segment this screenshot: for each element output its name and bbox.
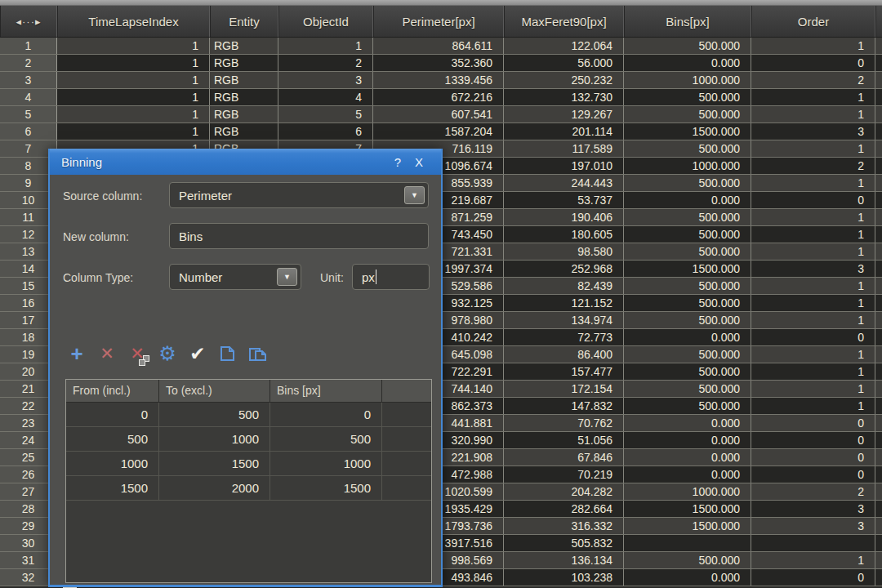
cell-bins[interactable]: 1500.000 xyxy=(624,518,751,534)
cell-order[interactable]: 2 xyxy=(751,483,875,500)
cell-bins[interactable]: 1000.000 xyxy=(624,158,751,174)
bin-value-cell[interactable]: 1500 xyxy=(270,476,382,500)
column-header-timelapseindex[interactable]: TimeLapseIndex xyxy=(57,6,210,37)
cell-perimeter[interactable]: 1339.456 xyxy=(373,72,504,88)
cell-bins[interactable]: 0.000 xyxy=(624,466,751,483)
cell-bins[interactable]: 500.000 xyxy=(624,140,751,157)
cell-maxferet90[interactable]: 51.056 xyxy=(504,432,624,448)
column-header-order[interactable]: Order xyxy=(751,6,875,37)
column-header-bins[interactable]: Bins[px] xyxy=(624,6,751,37)
cell-timelapseindex[interactable]: 1 xyxy=(57,38,210,54)
cell-maxferet90[interactable]: 67.846 xyxy=(504,449,624,466)
cell-maxferet90[interactable]: 201.114 xyxy=(504,123,624,140)
binning-dialog-title-bar[interactable]: Binning ? X xyxy=(50,149,441,175)
bin-value-cell[interactable]: 0 xyxy=(270,403,382,426)
cell-order[interactable]: 1 xyxy=(751,295,875,311)
cell-order[interactable]: 1 xyxy=(751,363,875,380)
cell-bins[interactable]: 500.000 xyxy=(624,552,751,568)
cell-perimeter[interactable]: 864.611 xyxy=(373,38,504,54)
cell-order[interactable]: 1 xyxy=(751,398,875,414)
cell-bins[interactable]: 500.000 xyxy=(624,106,751,122)
bin-to-cell[interactable]: 500 xyxy=(159,403,270,426)
cell-timelapseindex[interactable]: 1 xyxy=(57,89,210,105)
cell-bins[interactable]: 500.000 xyxy=(624,381,751,397)
bin-header-to[interactable]: To (excl.) xyxy=(159,380,270,402)
cell-order[interactable]: 3 xyxy=(751,261,875,277)
cell-perimeter[interactable]: 1587.204 xyxy=(373,123,504,140)
cell-bins[interactable]: 1500.000 xyxy=(624,261,751,277)
cell-timelapseindex[interactable]: 1 xyxy=(57,106,210,122)
cell-order[interactable]: 0 xyxy=(751,55,875,71)
row-number-cell[interactable]: 4 xyxy=(0,89,57,105)
cell-maxferet90[interactable]: 190.406 xyxy=(504,209,624,225)
cell-objectid[interactable]: 1 xyxy=(278,38,373,54)
cell-objectid[interactable]: 6 xyxy=(278,123,373,140)
cell-order[interactable]: 3 xyxy=(751,501,875,517)
cell-maxferet90[interactable]: 250.232 xyxy=(504,72,624,88)
cell-bins[interactable]: 500.000 xyxy=(624,295,751,311)
delete-all-bins-button[interactable]: ✕ xyxy=(127,343,147,364)
cell-entity[interactable]: RGB xyxy=(210,72,278,88)
cell-order[interactable]: 1 xyxy=(751,243,875,260)
cell-maxferet90[interactable]: 197.010 xyxy=(504,158,624,174)
bin-from-cell[interactable]: 1000 xyxy=(66,452,159,475)
bin-to-cell[interactable]: 1000 xyxy=(159,427,270,451)
cell-entity[interactable]: RGB xyxy=(210,38,278,54)
cell-bins[interactable]: 500.000 xyxy=(624,398,751,414)
cell-objectid[interactable]: 5 xyxy=(278,106,373,122)
copy-bins-button[interactable] xyxy=(218,343,238,364)
cell-bins[interactable]: 500.000 xyxy=(624,363,751,380)
cell-maxferet90[interactable]: 136.134 xyxy=(504,552,624,568)
cell-order[interactable]: 1 xyxy=(751,38,875,54)
cell-order[interactable]: 0 xyxy=(751,449,875,466)
bin-header-from[interactable]: From (incl.) xyxy=(66,380,159,402)
cell-order[interactable]: 0 xyxy=(751,329,875,345)
cell-objectid[interactable]: 4 xyxy=(278,89,373,105)
cell-bins[interactable]: 0.000 xyxy=(624,192,751,208)
cell-bins[interactable]: 0.000 xyxy=(624,569,751,586)
row-number-cell[interactable]: 6 xyxy=(0,123,57,140)
cell-order[interactable]: 1 xyxy=(751,346,875,363)
dialog-help-button[interactable]: ? xyxy=(387,155,408,169)
cell-maxferet90[interactable]: 72.773 xyxy=(504,329,624,345)
cell-maxferet90[interactable]: 103.238 xyxy=(504,569,624,586)
cell-order[interactable]: 1 xyxy=(751,226,875,243)
dialog-close-button[interactable]: X xyxy=(408,155,430,169)
cell-maxferet90[interactable]: 134.974 xyxy=(504,312,624,328)
cell-maxferet90[interactable]: 70.762 xyxy=(504,415,624,431)
cell-maxferet90[interactable]: 117.589 xyxy=(504,140,624,157)
cell-order[interactable]: 1 xyxy=(751,278,875,294)
row-number-cell[interactable]: 2 xyxy=(0,55,57,71)
cell-order[interactable]: 1 xyxy=(751,175,875,191)
cell-perimeter[interactable]: 607.541 xyxy=(373,106,504,122)
column-header-objectid[interactable]: ObjectId xyxy=(278,6,373,37)
cell-order[interactable]: 1 xyxy=(751,381,875,397)
column-header-perimeter[interactable]: Perimeter[px] xyxy=(373,6,504,37)
delete-bin-button[interactable]: ✕ xyxy=(97,343,117,364)
cell-order[interactable]: 1 xyxy=(751,106,875,122)
bin-from-cell[interactable]: 500 xyxy=(66,427,159,451)
cell-entity[interactable]: RGB xyxy=(210,106,278,122)
cell-timelapseindex[interactable]: 1 xyxy=(57,55,210,71)
cell-bins[interactable]: 1000.000 xyxy=(624,72,751,88)
cell-maxferet90[interactable]: 56.000 xyxy=(504,55,624,71)
cell-objectid[interactable]: 3 xyxy=(278,72,373,88)
cell-bins[interactable]: 1000.000 xyxy=(624,483,751,500)
cell-bins[interactable]: 500.000 xyxy=(624,346,751,363)
cell-bins[interactable]: 1500.000 xyxy=(624,501,751,517)
unit-input[interactable]: px xyxy=(352,264,430,290)
cell-objectid[interactable]: 2 xyxy=(278,55,373,71)
cell-order[interactable]: 1 xyxy=(751,552,875,568)
cell-entity[interactable]: RGB xyxy=(210,123,278,140)
new-column-input[interactable]: Bins xyxy=(169,223,429,249)
cell-order[interactable]: 1 xyxy=(751,209,875,225)
column-header-maxferet90[interactable]: MaxFeret90[px] xyxy=(504,6,624,37)
cell-bins[interactable]: 0.000 xyxy=(624,329,751,345)
cell-maxferet90[interactable]: 147.832 xyxy=(504,398,624,414)
cell-maxferet90[interactable]: 172.154 xyxy=(504,381,624,397)
cell-timelapseindex[interactable]: 1 xyxy=(57,72,210,88)
cell-bins[interactable]: 0.000 xyxy=(624,432,751,448)
cell-bins[interactable]: 500.000 xyxy=(624,175,751,191)
cell-timelapseindex[interactable]: 1 xyxy=(57,123,210,140)
cell-order[interactable]: 2 xyxy=(751,72,875,88)
